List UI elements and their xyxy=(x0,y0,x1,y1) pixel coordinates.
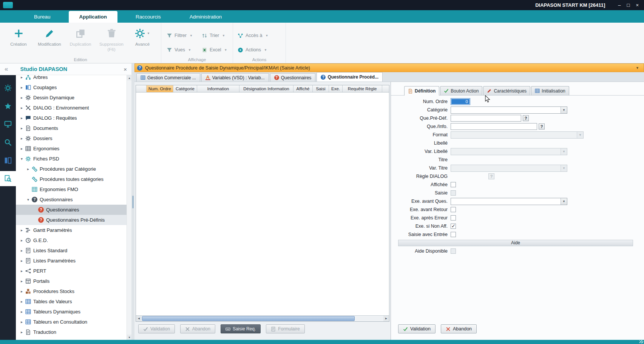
form-tab-bouton-action[interactable]: Bouton Action xyxy=(440,86,482,95)
resize-grip[interactable] xyxy=(639,340,643,343)
tree-item-proc-dures-toutes-cat-gories[interactable]: Procédures toutes catégories xyxy=(16,174,127,184)
button-validation[interactable]: Validation xyxy=(138,324,175,333)
rail-item-search[interactable] xyxy=(0,135,16,150)
menu-tab-administration[interactable]: Administration xyxy=(179,11,233,23)
tree-item-questionnaires-pr-d-finis[interactable]: ?Questionnaires Pré-Définis xyxy=(16,215,127,225)
ribbon-button-trier[interactable]: Trier▼ xyxy=(202,31,227,40)
expander-closed-icon[interactable]: ▸ xyxy=(19,269,25,273)
expander-closed-icon[interactable]: ▸ xyxy=(19,279,25,283)
tree-item-tables-de-valeurs[interactable]: ▸Tables de Valeurs xyxy=(16,296,127,307)
column-header-affich[interactable]: Affiché xyxy=(293,85,313,92)
column-header-num-ordre[interactable]: Num. Ordre xyxy=(147,85,173,92)
checkbox-exe-apr-s-erreur[interactable] xyxy=(451,215,456,221)
expander-closed-icon[interactable]: ▸ xyxy=(19,136,25,140)
checkbox-saisie[interactable] xyxy=(451,190,456,196)
maximize-button[interactable]: □ xyxy=(627,2,630,8)
expander-closed-icon[interactable]: ▸ xyxy=(19,248,25,253)
combo-exe-avant-ques[interactable]: ▼ xyxy=(451,198,567,205)
sidebar-close-icon[interactable] xyxy=(124,66,127,73)
minimize-button[interactable]: – xyxy=(618,2,621,8)
tree-item-fiches-psd[interactable]: ▾Fiches PSD xyxy=(16,154,127,164)
menu-tab-application[interactable]: Application xyxy=(69,11,118,23)
tree-item-documents[interactable]: ▸Documents xyxy=(16,123,127,133)
tree-item-dialog-requ-tes[interactable]: ▸DIALOG : Requêtes xyxy=(16,113,127,123)
tree-item-questionnaires[interactable]: ▾?Questionnaires xyxy=(16,194,127,205)
column-header-row-marker[interactable] xyxy=(136,85,147,92)
expander-closed-icon[interactable]: ▸ xyxy=(19,126,25,130)
horizontal-scrollbar[interactable] xyxy=(136,315,389,321)
expander-closed-icon[interactable]: ▸ xyxy=(19,116,25,120)
expander-closed-icon[interactable]: ▸ xyxy=(25,167,31,171)
button-saisie-req[interactable]: Saisie Req. xyxy=(221,324,261,333)
checkbox-affich-e[interactable] xyxy=(451,182,456,187)
rail-item-star[interactable] xyxy=(0,99,16,114)
expander-closed-icon[interactable]: ▸ xyxy=(19,106,25,110)
expander-closed-icon[interactable]: ▸ xyxy=(19,259,25,263)
tree-item-portails[interactable]: ▸Portails xyxy=(16,276,127,286)
column-header-exe[interactable]: Exe. xyxy=(329,85,343,92)
ribbon-button-cr-ation[interactable]: Création xyxy=(3,25,34,57)
tree-item-arbres[interactable]: ▸Arbres xyxy=(16,75,127,82)
help-button-r-gle-dialog[interactable]: ? xyxy=(488,173,494,179)
expander-closed-icon[interactable]: ▸ xyxy=(19,85,25,89)
help-button-que-info[interactable]: ? xyxy=(539,123,545,130)
tree-item-ergonomies[interactable]: ▸Ergonomies xyxy=(16,143,127,154)
button-abandon[interactable]: Abandon xyxy=(180,324,215,333)
expander-open-icon[interactable]: ▾ xyxy=(19,157,25,161)
menu-tab-bureau[interactable]: Bureau xyxy=(23,11,61,23)
tree-item-proc-dures-stocks[interactable]: ▸Procédures Stocks xyxy=(16,286,127,296)
checkbox-saisie-avec-entr-e[interactable] xyxy=(451,232,456,237)
ribbon-button-acc-s[interactable]: Accès à▼ xyxy=(238,31,280,40)
sidebar-splitter[interactable] xyxy=(131,63,134,340)
ribbon-button-modification[interactable]: Modification xyxy=(34,25,65,57)
document-tab-gestion-commerciale[interactable]: Gestion Commerciale ... xyxy=(136,73,200,82)
expander-closed-icon[interactable]: ▸ xyxy=(19,228,25,232)
grid-body[interactable] xyxy=(136,93,389,315)
expander-closed-icon[interactable]: ▸ xyxy=(19,320,25,324)
tree-item-dessin-dynamique[interactable]: ▸Dessin Dynamique xyxy=(16,93,127,103)
expander-closed-icon[interactable]: ▸ xyxy=(19,96,25,100)
tree-item-listes-standard[interactable]: ▸Listes Standard xyxy=(16,245,127,256)
checkbox-aide-disponible[interactable] xyxy=(451,248,456,254)
input-num-ordre[interactable]: 0 xyxy=(451,98,470,105)
expander-closed-icon[interactable]: ▸ xyxy=(19,147,25,151)
ribbon-button-actions[interactable]: Actions▼ xyxy=(238,45,280,54)
tree-item-gantt-param-tr-s[interactable]: ▸Gantt Paramétrés xyxy=(16,225,127,235)
ribbon-button-filtrer[interactable]: Filtrer▼ xyxy=(167,31,193,40)
input-que-info[interactable] xyxy=(451,123,537,130)
button-formulaire[interactable]: Formulaire xyxy=(266,324,304,333)
button-validation-form[interactable]: Validation xyxy=(398,324,436,333)
column-header-information[interactable]: Information xyxy=(197,85,239,92)
expander-closed-icon[interactable]: ▸ xyxy=(19,75,25,79)
scrollbar-track[interactable] xyxy=(142,316,383,321)
tree-item-proc-dures-par-cat-gorie[interactable]: ▸Procédures par Catégorie xyxy=(16,164,127,174)
tree-item-questionnaires[interactable]: ?Questionnaires xyxy=(16,205,127,215)
expander-closed-icon[interactable]: ▸ xyxy=(19,289,25,293)
checkbox-exe-si-non-aff[interactable] xyxy=(451,224,456,229)
expander-closed-icon[interactable]: ▸ xyxy=(19,330,25,334)
column-header-cat-gorie[interactable]: Catégorie xyxy=(173,85,197,92)
expander-open-icon[interactable]: ▾ xyxy=(25,197,31,202)
rail-item-monitor[interactable] xyxy=(0,117,16,132)
menu-tab-raccourcis[interactable]: Raccourcis xyxy=(125,11,171,23)
tree-item-dialog-environnement[interactable]: ▸DIALOG : Environnement xyxy=(16,103,127,113)
combo-format[interactable]: ▼ xyxy=(451,131,584,139)
document-tab-questionnaire-proc-d[interactable]: ?Questionnaire Procéd... xyxy=(317,72,383,82)
tree-item-pert[interactable]: ▸PERT xyxy=(16,266,127,276)
tree-item-tableurs-en-consultation[interactable]: ▸Tableurs en Consultation xyxy=(16,317,127,327)
document-tab-variables-vsd-variab[interactable]: AVariables (VSD) : Variab... xyxy=(201,73,269,82)
tree-item-listes-param-tr-es[interactable]: ▸Listes Paramétrées xyxy=(16,256,127,266)
document-menu-caret-icon[interactable] xyxy=(636,66,639,70)
form-tab-initialisation[interactable]: Initialisation xyxy=(531,86,569,95)
column-header-d-signation-information[interactable]: Désignation Information xyxy=(239,85,293,92)
scrollbar-thumb[interactable] xyxy=(142,316,355,321)
tree-item-dossiers[interactable]: ▸Dossiers xyxy=(16,133,127,143)
form-tab-d-finition[interactable]: Définition xyxy=(404,86,439,96)
tree-item-g-e-d[interactable]: ▸G.E.D. xyxy=(16,235,127,245)
rail-item-explorer[interactable] xyxy=(0,171,16,186)
splitter-handle[interactable] xyxy=(132,196,134,208)
help-button-que-pr-d-f[interactable]: ? xyxy=(523,115,529,121)
tree-item-traduction[interactable]: ▸Traduction xyxy=(16,327,127,337)
tree-item-ergonomies-fmo[interactable]: Ergonomies FMO xyxy=(16,184,127,194)
expander-closed-icon[interactable]: ▸ xyxy=(19,310,25,314)
